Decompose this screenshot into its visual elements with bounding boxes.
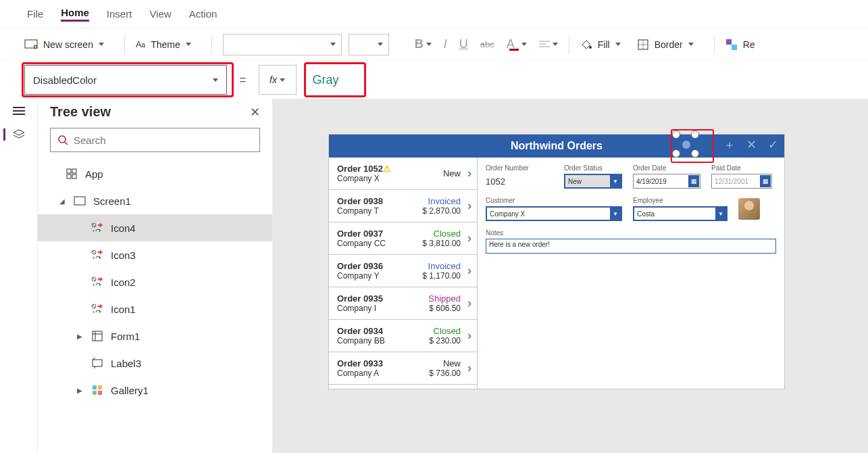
border-button[interactable]: Border: [637, 39, 703, 51]
tree-item-label: Icon4: [111, 222, 136, 234]
cancel-icon[interactable]: ✕: [744, 137, 759, 152]
order-status: Closed: [419, 326, 461, 336]
chevron-right-icon: ›: [463, 231, 471, 245]
paid-date-input[interactable]: 12/31/2001▦: [711, 174, 772, 189]
reorder-button[interactable]: Re: [725, 39, 765, 51]
property-value: DisabledColor: [33, 74, 97, 86]
tree-item-label3[interactable]: Label3: [38, 350, 272, 377]
customer-select[interactable]: Company X▼: [486, 206, 622, 221]
menu-insert[interactable]: Insert: [107, 8, 132, 20]
order-row[interactable]: Order 0936Company Y Invoiced$ 1,170.00 ›: [329, 255, 477, 287]
menu-view[interactable]: View: [149, 8, 171, 20]
hamburger-icon[interactable]: [13, 107, 25, 115]
formula-input[interactable]: Gray: [303, 73, 339, 87]
order-status-label: Order Status: [564, 164, 622, 172]
font-size-dropdown[interactable]: [349, 34, 389, 55]
chevron-down-icon: [186, 43, 191, 46]
order-row[interactable]: Order 0937Company CC Closed$ 3,810.00 ›: [329, 222, 477, 255]
order-row[interactable]: Order 0933Company A New$ 736.00 ›: [329, 352, 477, 385]
theme-button[interactable]: Aa Theme: [136, 39, 201, 50]
fx-button[interactable]: fx: [259, 65, 297, 95]
tree-screen1-label: Screen1: [93, 195, 131, 207]
employee-avatar: [738, 198, 760, 220]
screen-icon: [73, 194, 86, 208]
menu-bar: File Home Insert View Action: [0, 0, 868, 28]
svg-rect-19: [74, 197, 85, 205]
menu-home[interactable]: Home: [61, 7, 89, 22]
font-color-button[interactable]: A: [507, 37, 527, 51]
chevron-down-icon: [280, 78, 285, 82]
notes-label: Notes: [486, 229, 776, 237]
theme-aa-icon: Aa: [136, 39, 145, 49]
canvas[interactable]: Northwind Orders ＋ ✕ ✓ Order 1052⚠Compan…: [273, 99, 868, 453]
edit-icon[interactable]: [691, 137, 715, 152]
close-icon[interactable]: ✕: [250, 105, 260, 120]
italic-button[interactable]: I: [444, 37, 447, 51]
order-row[interactable]: Order 0935Company I Shipped$ 606.50 ›: [329, 287, 477, 320]
tree-item-label: Gallery1: [111, 385, 149, 396]
fill-button[interactable]: Fill: [580, 39, 630, 51]
tree-item-icon2[interactable]: +Icon2: [38, 268, 272, 295]
svg-text:+: +: [92, 255, 95, 260]
order-status: Shipped: [419, 293, 461, 304]
layers-icon[interactable]: [3, 128, 26, 141]
equals-sign: =: [239, 73, 247, 87]
chevron-down-icon: [378, 43, 383, 46]
add-icon[interactable]: ＋: [722, 137, 737, 152]
chevron-down-icon: [330, 43, 336, 46]
align-button[interactable]: [539, 40, 558, 49]
property-dropdown[interactable]: DisabledColor: [24, 65, 227, 95]
check-icon[interactable]: ✓: [765, 137, 780, 152]
svg-line-24: [93, 251, 95, 254]
svg-line-27: [93, 278, 95, 281]
order-status: Invoiced: [419, 261, 461, 271]
menu-file[interactable]: File: [27, 8, 43, 20]
control-icon: +: [91, 275, 104, 289]
order-status-select[interactable]: New▼: [564, 174, 622, 189]
order-company: Company CC: [337, 239, 416, 248]
notes-input[interactable]: Here is a new order!: [486, 239, 776, 254]
tree-item-label: Label3: [111, 358, 141, 369]
svg-rect-18: [72, 174, 76, 178]
employee-select[interactable]: Costa▼: [633, 206, 727, 221]
underline-button[interactable]: U: [459, 37, 468, 51]
font-family-dropdown[interactable]: [223, 34, 342, 55]
svg-rect-16: [72, 169, 76, 173]
order-gallery[interactable]: Order 1052⚠Company X New › Order 0938Com…: [329, 158, 478, 389]
order-status: New: [419, 358, 461, 368]
chevron-right-icon: ›: [463, 296, 471, 310]
control-icon: +: [91, 221, 104, 235]
svg-text:+: +: [92, 309, 95, 314]
svg-rect-17: [67, 174, 71, 178]
tree-app[interactable]: App: [38, 160, 272, 187]
customer-label: Customer: [486, 197, 622, 204]
order-row[interactable]: Order 1052⚠Company X New ›: [329, 158, 477, 190]
calendar-icon: ▦: [688, 175, 699, 187]
chevron-down-icon: [213, 78, 218, 82]
order-number-label: Order Number: [486, 164, 553, 172]
tree-item-icon1[interactable]: +Icon1: [38, 295, 272, 323]
order-title: Order 1052⚠: [337, 164, 416, 174]
order-title: Order 0937: [337, 229, 416, 239]
tree-item-icon4[interactable]: +Icon4: [38, 214, 272, 241]
svg-rect-12: [732, 45, 737, 50]
tree-item-form1[interactable]: ▶Form1: [38, 323, 272, 350]
search-input[interactable]: [50, 128, 260, 152]
svg-rect-39: [98, 385, 102, 389]
bold-button[interactable]: B: [415, 37, 432, 51]
tree-screen1[interactable]: ◢ Screen1: [38, 187, 272, 214]
chevron-down-icon: [615, 43, 621, 46]
app-icon: [65, 167, 78, 181]
order-amount: $ 2,870.00: [419, 206, 461, 216]
order-row[interactable]: Order 0938Company T Invoiced$ 2,870.00 ›: [329, 190, 477, 222]
tree-app-label: App: [85, 168, 103, 180]
new-screen-button[interactable]: New screen: [24, 39, 113, 50]
menu-action[interactable]: Action: [189, 8, 218, 20]
tree-item-icon3[interactable]: +Icon3: [38, 241, 272, 268]
border-icon: [637, 39, 649, 51]
strike-button[interactable]: abc: [480, 39, 494, 49]
tree-item-label: Icon3: [111, 249, 136, 261]
tree-item-gallery1[interactable]: ▶Gallery1: [38, 377, 272, 404]
order-row[interactable]: Order 0934Company BB Closed$ 230.00 ›: [329, 320, 477, 352]
order-date-input[interactable]: 4/19/2019▦: [633, 174, 700, 189]
